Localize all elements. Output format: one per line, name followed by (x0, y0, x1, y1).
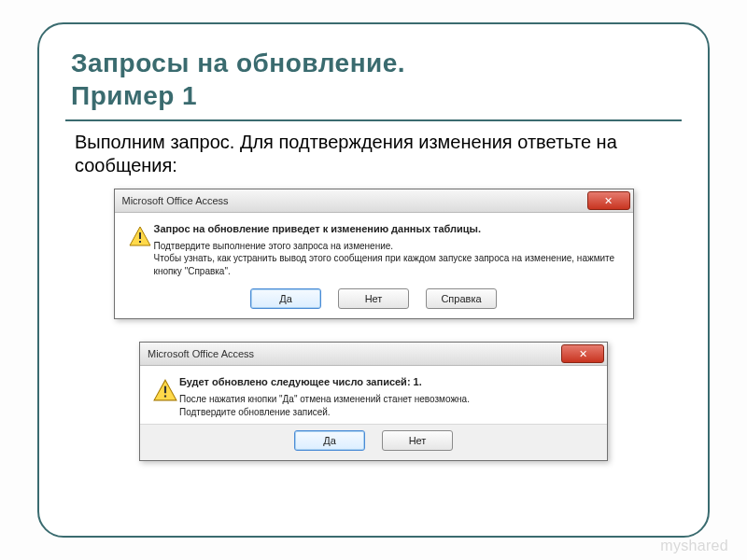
warning-icon (151, 375, 179, 418)
slide-frame: Запросы на обновление. Пример 1 Выполним… (37, 22, 710, 538)
dialog2-headline: Будет обновлено следующее число записей:… (179, 375, 596, 389)
dialog1-line1: Подтвердите выполнение этого запроса на … (154, 240, 622, 253)
button-label: Нет (409, 435, 427, 446)
dialog1-yes-button[interactable]: Да (250, 288, 321, 309)
dialog2-close-button[interactable]: ✕ (561, 344, 604, 363)
dialog2-button-row: Да Нет (140, 424, 607, 460)
dialog1-close-button[interactable]: ✕ (587, 191, 630, 210)
watermark: myshared (660, 538, 728, 554)
button-label: Нет (365, 293, 383, 304)
lead-paragraph: Выполним запрос. Для подтверждения измен… (75, 131, 672, 177)
svg-rect-2 (139, 241, 141, 243)
close-icon: ✕ (579, 349, 587, 359)
svg-rect-5 (164, 396, 166, 398)
dialog1-app-title: Microsoft Office Access (122, 195, 229, 206)
dialog2-line1: После нажатия кнопки "Да" отмена изменен… (179, 393, 596, 406)
dialog-update-warning: Microsoft Office Access ✕ Запрос на обно… (114, 189, 634, 319)
dialog1-help-button[interactable]: Справка (426, 288, 497, 309)
close-icon: ✕ (604, 196, 613, 206)
title-line-1: Запросы на обновление. (71, 49, 405, 77)
svg-rect-1 (139, 232, 141, 239)
dialog1-headline: Запрос на обновление приведет к изменени… (154, 222, 622, 236)
dialog2-yes-button[interactable]: Да (294, 430, 365, 451)
dialog2-titlebar: Microsoft Office Access ✕ (140, 343, 607, 366)
dialog1-titlebar: Microsoft Office Access ✕ (115, 189, 633, 213)
dialog2-app-title: Microsoft Office Access (148, 348, 254, 359)
slide-title: Запросы на обновление. Пример 1 (71, 47, 682, 112)
button-label: Да (323, 435, 336, 446)
dialog2-no-button[interactable]: Нет (382, 430, 453, 451)
button-label: Справка (441, 293, 481, 304)
dialog1-no-button[interactable]: Нет (338, 288, 409, 309)
dialog1-line2: Чтобы узнать, как устранить вывод этого … (154, 252, 622, 277)
dialog1-button-row: Да Нет Справка (115, 283, 633, 318)
svg-rect-4 (164, 386, 166, 394)
dialog2-text: Будет обновлено следующее число записей:… (179, 375, 596, 418)
warning-icon (126, 222, 154, 277)
dialog2-body: Будет обновлено следующее число записей:… (140, 366, 607, 424)
title-divider (65, 119, 682, 121)
button-label: Да (279, 293, 292, 304)
dialog1-text: Запрос на обновление приведет к изменени… (154, 222, 622, 277)
dialog2-line2: Подтвердите обновление записей. (179, 406, 596, 419)
dialog-confirm-records: Microsoft Office Access ✕ Будет обновлен… (139, 342, 608, 461)
title-line-2: Пример 1 (71, 81, 197, 110)
dialog1-body: Запрос на обновление приведет к изменени… (115, 213, 633, 283)
